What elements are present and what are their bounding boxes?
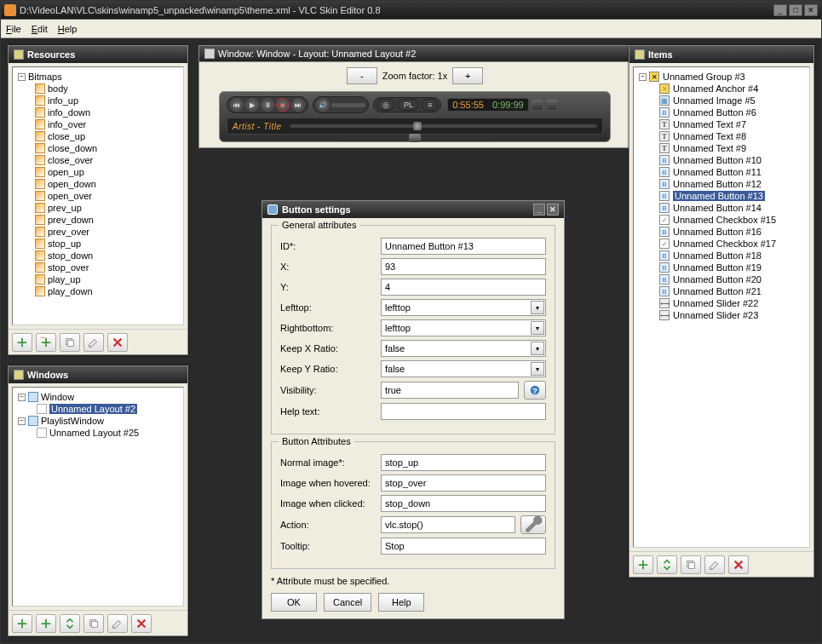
loop-button[interactable]: ◎	[377, 99, 395, 111]
tree-item[interactable]: open_down	[18, 178, 180, 190]
close-player-button[interactable]	[546, 99, 558, 111]
items-tree[interactable]: −✕Unnamed Group #3✕Unnamed Anchor #4▦Unn…	[633, 66, 810, 548]
tooltip-input[interactable]	[381, 538, 546, 555]
tree-item[interactable]: BUnnamed Button #10	[639, 154, 806, 166]
tree-item[interactable]: prev_up	[18, 202, 180, 214]
minimize-button[interactable]: _	[773, 4, 787, 16]
copy-button[interactable]	[681, 555, 701, 574]
stop-button[interactable]: ■	[276, 98, 290, 112]
prev-button[interactable]: ⏮	[230, 98, 244, 112]
zoom-out-button[interactable]: -	[347, 67, 377, 84]
help-button[interactable]: Help	[378, 593, 424, 612]
window-node[interactable]: PlaylistWindow	[41, 416, 104, 426]
maximize-button[interactable]: □	[789, 4, 802, 16]
items-header[interactable]: Items	[629, 46, 813, 63]
tree-item[interactable]: ✓Unnamed Checkbox #17	[639, 238, 806, 250]
layout-node[interactable]: Unnamed Layout #25	[49, 428, 139, 438]
tree-item[interactable]: ⟷Unnamed Slider #23	[639, 309, 806, 321]
tree-item[interactable]: close_over	[18, 154, 180, 166]
tree-item[interactable]: stop_over	[18, 262, 180, 273]
next-button[interactable]: ⏭	[291, 98, 305, 112]
tree-item[interactable]: prev_over	[18, 226, 180, 238]
tree-item[interactable]: close_up	[18, 130, 180, 142]
collapse-icon[interactable]: −	[18, 73, 26, 81]
delete-button[interactable]	[107, 333, 128, 352]
copy-button[interactable]	[60, 333, 80, 352]
resources-header[interactable]: Resources	[9, 46, 187, 63]
visibility-input[interactable]	[381, 382, 519, 399]
tree-item[interactable]: stop_up	[18, 238, 180, 250]
move-button[interactable]	[657, 555, 677, 574]
player-preview[interactable]: ⏮ ▶ ⏸ ■ ⏭ 🔊 ◎ PL ≡	[219, 91, 611, 142]
tree-item[interactable]: TUnnamed Text #8	[639, 130, 806, 142]
click-input[interactable]	[381, 495, 546, 512]
edit-button[interactable]	[83, 333, 104, 352]
chevron-down-icon[interactable]: ▾	[531, 321, 544, 335]
zoom-in-button[interactable]: +	[452, 67, 483, 84]
dialog-min-button[interactable]: _	[533, 204, 545, 216]
delete-button[interactable]	[728, 555, 749, 574]
seek-thumb[interactable]	[413, 122, 422, 130]
tree-item[interactable]: ✕Unnamed Anchor #4	[639, 83, 806, 95]
delete-button[interactable]	[131, 614, 152, 633]
tree-item[interactable]: BUnnamed Button #13	[639, 190, 806, 202]
titlebar[interactable]: D:\VideoLAN\VLC\skins\winamp5_unpacked\w…	[1, 1, 821, 20]
tree-item[interactable]: info_over	[18, 118, 180, 130]
cancel-button[interactable]: Cancel	[324, 593, 371, 612]
dialog-close-button[interactable]: ✕	[547, 204, 559, 216]
windows-header[interactable]: Windows	[9, 366, 187, 383]
chevron-down-icon[interactable]: ▾	[531, 362, 544, 376]
info-button[interactable]	[532, 99, 543, 111]
volume-slider[interactable]	[331, 103, 365, 107]
tree-item[interactable]: ⟷Unnamed Slider #22	[639, 297, 806, 309]
menu-edit[interactable]: Edit	[32, 24, 48, 34]
menu-file[interactable]: File	[6, 24, 21, 34]
helptext-input[interactable]	[381, 403, 546, 420]
normal-input[interactable]	[381, 454, 546, 471]
keepx-select[interactable]: false▾	[381, 340, 546, 357]
action-picker-button[interactable]	[520, 515, 546, 534]
edit-button[interactable]	[107, 614, 128, 633]
settings-header[interactable]: Button settings _ ✕	[262, 201, 564, 218]
tree-item[interactable]: BUnnamed Button #16	[639, 226, 806, 238]
add-sub-button[interactable]	[36, 333, 56, 352]
tree-item[interactable]: prev_down	[18, 214, 180, 226]
add-button[interactable]	[12, 614, 32, 633]
tree-item[interactable]: open_over	[18, 190, 180, 202]
x-input[interactable]	[381, 258, 546, 275]
bottom-thumb[interactable]	[409, 134, 421, 142]
lefttop-select[interactable]: lefttop▾	[381, 299, 546, 316]
play-button[interactable]: ▶	[245, 98, 259, 112]
preview-header[interactable]: Window: Window - Layout: Unnamed Layout …	[198, 45, 631, 62]
mute-button[interactable]: 🔊	[316, 98, 330, 112]
eq-button[interactable]: ≡	[422, 99, 438, 111]
tree-item[interactable]: body	[18, 83, 180, 95]
tree-item[interactable]: play_down	[18, 285, 180, 297]
tree-item[interactable]: BUnnamed Button #18	[639, 250, 806, 262]
tree-item[interactable]: info_up	[18, 95, 180, 106]
edit-button[interactable]	[704, 555, 725, 574]
tree-item[interactable]: TUnnamed Text #7	[639, 118, 806, 130]
keepy-select[interactable]: false▾	[381, 360, 546, 377]
collapse-icon[interactable]: −	[18, 417, 26, 425]
tree-item[interactable]: info_down	[18, 106, 180, 118]
help-icon[interactable]: ?	[524, 381, 546, 400]
resources-tree[interactable]: −Bitmapsbodyinfo_upinfo_downinfo_overclo…	[12, 66, 184, 325]
tree-item[interactable]: BUnnamed Button #19	[639, 262, 806, 273]
add-button[interactable]	[633, 555, 653, 574]
action-input[interactable]	[381, 516, 515, 533]
tree-root[interactable]: −Bitmaps	[18, 71, 180, 83]
tree-root[interactable]: −✕Unnamed Group #3	[639, 71, 806, 83]
tree-item[interactable]: BUnnamed Button #11	[639, 166, 806, 178]
tree-item[interactable]: BUnnamed Button #14	[639, 202, 806, 214]
y-input[interactable]	[381, 279, 546, 296]
collapse-icon[interactable]: −	[18, 394, 26, 401]
tree-item[interactable]: TUnnamed Text #9	[639, 142, 806, 154]
bottom-slider[interactable]	[338, 136, 491, 140]
tree-item[interactable]: close_down	[18, 142, 180, 154]
add-sub-button[interactable]	[36, 614, 56, 633]
tree-item[interactable]: play_up	[18, 273, 180, 285]
rightbottom-select[interactable]: lefttop▾	[381, 319, 546, 336]
menu-help[interactable]: Help	[58, 24, 78, 34]
tree-item[interactable]: BUnnamed Button #21	[639, 285, 806, 297]
